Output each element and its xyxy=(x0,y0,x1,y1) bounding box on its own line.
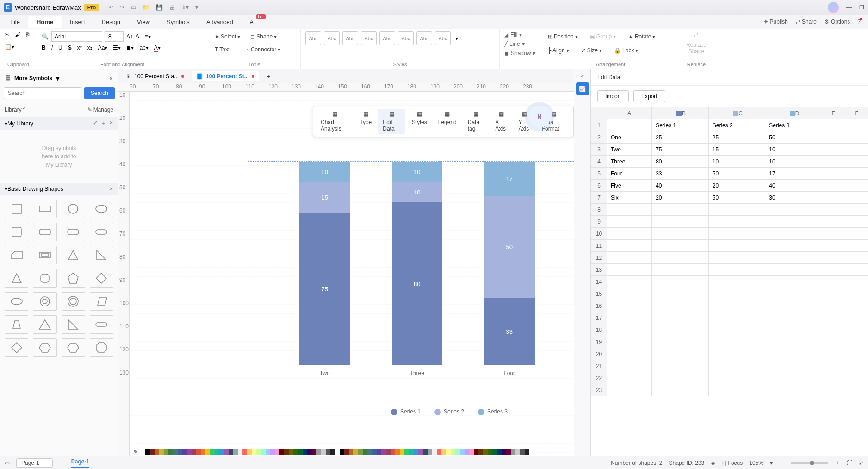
data-cell[interactable]: 10 xyxy=(765,156,822,168)
color-swatch[interactable] xyxy=(478,449,483,455)
print-icon[interactable]: 🖨 xyxy=(169,4,175,11)
color-swatch[interactable] xyxy=(312,449,316,455)
color-swatch[interactable] xyxy=(326,449,330,455)
shape-hexagon[interactable] xyxy=(33,338,56,357)
fit-page-icon[interactable]: ⛶ xyxy=(847,460,852,466)
text-tool[interactable]: TText xyxy=(213,44,231,55)
fill-button[interactable]: ◢Fill▾ xyxy=(504,31,536,38)
shape-oval[interactable] xyxy=(5,292,28,311)
data-cell[interactable]: 17 xyxy=(765,168,822,180)
color-swatch[interactable] xyxy=(247,449,252,455)
focus-button[interactable]: [·] Focus xyxy=(721,460,743,466)
shape-stadium[interactable] xyxy=(90,315,113,334)
shape-ellipse[interactable] xyxy=(90,200,113,218)
data-cell[interactable]: Five xyxy=(607,180,652,192)
shape-donut[interactable] xyxy=(33,292,56,311)
page-selector[interactable]: Page-1 xyxy=(16,458,53,468)
color-swatch[interactable] xyxy=(358,449,363,455)
data-cell[interactable]: Four xyxy=(607,168,652,180)
shadow-button[interactable]: ◼Shadow▾ xyxy=(504,50,536,56)
color-swatch[interactable] xyxy=(307,449,312,455)
font-name-input[interactable] xyxy=(51,31,102,42)
collapse-left-icon[interactable]: « xyxy=(109,75,112,81)
color-swatch[interactable] xyxy=(233,449,238,455)
zoom-level[interactable]: 105% xyxy=(749,460,763,466)
color-swatch[interactable] xyxy=(409,449,414,455)
chart-tool-data-tag[interactable]: ▦Data tag xyxy=(463,109,489,134)
color-swatch[interactable] xyxy=(215,449,219,455)
user-avatar[interactable] xyxy=(828,2,839,13)
underline-icon[interactable]: U xyxy=(58,44,62,51)
chart-tool-x-axis[interactable]: ▦X Axis xyxy=(490,109,512,134)
replace-shape-icon[interactable]: ⇄ xyxy=(694,31,699,38)
my-library-header[interactable]: My Library xyxy=(7,120,33,127)
col-header[interactable]: D xyxy=(765,107,822,119)
increase-font-icon[interactable]: A↑ xyxy=(126,33,133,40)
shape-octagon[interactable] xyxy=(90,338,113,357)
basic-shapes-header[interactable]: Basic Drawing Shapes xyxy=(7,186,63,192)
color-swatch[interactable] xyxy=(432,449,437,455)
legend-item[interactable]: Series 2 xyxy=(434,408,464,415)
color-swatch[interactable] xyxy=(474,449,478,455)
color-swatch[interactable] xyxy=(460,449,465,455)
color-swatch[interactable] xyxy=(386,449,391,455)
symbol-search-button[interactable]: Search xyxy=(84,87,115,99)
bold-icon[interactable]: B xyxy=(42,44,46,51)
color-swatch[interactable] xyxy=(284,449,289,455)
menu-advanced[interactable]: Advanced xyxy=(198,16,242,28)
color-swatch[interactable] xyxy=(289,449,293,455)
symbol-search-input[interactable] xyxy=(4,87,81,99)
shape-circle[interactable] xyxy=(62,200,85,218)
shape-diamond[interactable] xyxy=(90,269,113,288)
data-cell[interactable]: 75 xyxy=(652,144,709,156)
pages-icon[interactable]: ▭ xyxy=(5,460,10,466)
library-label[interactable]: Library xyxy=(5,106,22,113)
bullets-icon[interactable]: ≣▾ xyxy=(126,44,134,51)
strike-icon[interactable]: S̶ xyxy=(68,44,72,51)
minimize-icon[interactable]: — xyxy=(846,4,852,11)
layers-icon[interactable]: ◈ xyxy=(711,460,715,466)
shape-square[interactable] xyxy=(5,200,28,218)
fullscreen-icon[interactable]: ⤢ xyxy=(859,460,863,466)
legend-item[interactable]: Series 1 xyxy=(391,408,421,415)
zoom-out-icon[interactable]: — xyxy=(779,460,785,466)
data-cell[interactable]: 50 xyxy=(765,131,822,144)
group-button[interactable]: ▣ Group▾ xyxy=(588,31,618,42)
chart-tool-chart-analysis[interactable]: ▦Chart Analysis xyxy=(316,109,353,134)
menu-design[interactable]: Design xyxy=(93,16,129,28)
color-swatch[interactable] xyxy=(395,449,400,455)
color-swatch[interactable] xyxy=(141,449,145,455)
size-button[interactable]: ⤢ Size▾ xyxy=(579,45,604,56)
col-header[interactable]: B xyxy=(652,107,709,119)
save-icon[interactable]: 💾 xyxy=(156,4,163,11)
publish-button[interactable]: ✈Publish xyxy=(763,19,788,25)
shape-rounded-rect2[interactable] xyxy=(62,223,85,241)
color-swatch[interactable] xyxy=(515,449,520,455)
position-button[interactable]: ⊞ Position▾ xyxy=(546,31,580,42)
data-cell[interactable]: 40 xyxy=(652,180,709,192)
data-cell[interactable]: 25 xyxy=(652,131,709,144)
color-swatch[interactable] xyxy=(178,449,182,455)
color-swatch[interactable] xyxy=(187,449,192,455)
zoom-in-icon[interactable]: ＋ xyxy=(835,459,840,467)
shape-rtriangle[interactable] xyxy=(62,315,85,334)
bar-four[interactable]: 335017 xyxy=(484,162,535,365)
menu-symbols[interactable]: Symbols xyxy=(158,16,198,28)
color-swatch[interactable] xyxy=(270,449,275,455)
color-swatch[interactable] xyxy=(465,449,469,455)
subscript-icon[interactable]: x₂ xyxy=(87,44,93,51)
shape-diamond2[interactable] xyxy=(5,338,28,357)
italic-icon[interactable]: I xyxy=(51,44,53,51)
color-swatch[interactable] xyxy=(372,449,377,455)
color-swatch[interactable] xyxy=(483,449,488,455)
redo-icon[interactable]: ↷ xyxy=(120,4,124,11)
add-page-icon[interactable]: ＋ xyxy=(59,459,65,467)
color-swatch[interactable] xyxy=(256,449,261,455)
style-preset[interactable]: Abc xyxy=(324,31,340,45)
shape-snip-corner[interactable] xyxy=(5,246,28,264)
color-swatch[interactable] xyxy=(441,449,446,455)
lock-button[interactable]: 🔒 Lock▾ xyxy=(612,45,640,56)
color-swatch[interactable] xyxy=(525,449,529,455)
data-grid[interactable]: ABCDEF1Series 1Series 2Series 32One25255… xyxy=(591,107,868,456)
color-swatch[interactable] xyxy=(344,449,349,455)
